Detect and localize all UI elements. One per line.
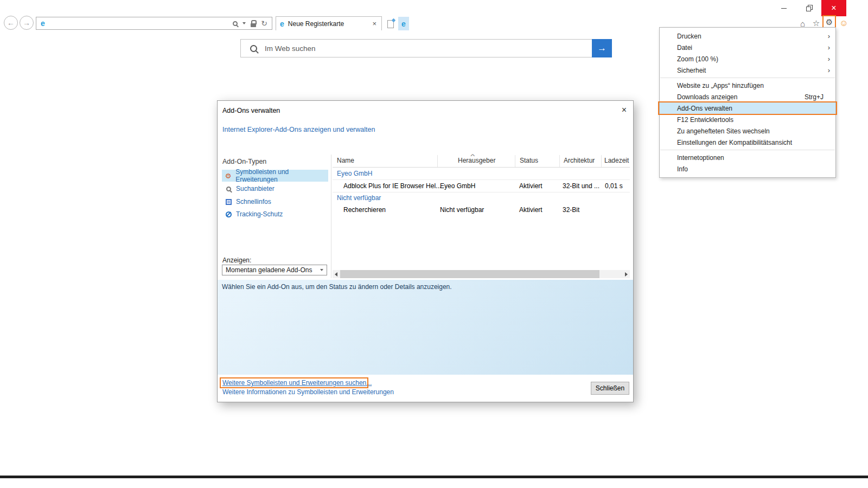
menu-item-drucken[interactable]: Drucken › <box>660 30 835 42</box>
group-header-eyeo: Eyeo GmbH <box>337 170 372 177</box>
menu-item-label: Datei <box>677 44 692 52</box>
restore-icon <box>807 6 812 11</box>
menu-item-sicherheit[interactable]: Sicherheit › <box>660 65 835 76</box>
back-arrow-icon: ← <box>7 18 15 27</box>
toolbar-gear-icon: ⚙ <box>224 172 233 180</box>
panel-divider <box>331 155 331 278</box>
menu-item-website-zu-apps[interactable]: Website zu „Apps“ hinzufügen <box>660 80 835 91</box>
forward-arrow-icon: → <box>23 18 30 27</box>
chevron-right-icon: › <box>828 32 830 40</box>
scroll-right-icon[interactable] <box>625 272 628 277</box>
forward-button[interactable]: → <box>20 16 34 30</box>
dialog-title: Add-Ons verwalten <box>222 107 280 114</box>
search-icon[interactable] <box>233 21 238 26</box>
close-icon: × <box>831 3 836 13</box>
lock-icon <box>251 23 256 27</box>
menu-item-downloads-anzeigen[interactable]: Downloads anzeigen Strg+J <box>660 91 835 102</box>
sidebar-item-schnellinfos[interactable]: Schnellinfos <box>222 196 328 208</box>
ie-logo-icon: e <box>401 20 406 28</box>
cell-addon-name[interactable]: Adblock Plus for IE Browser Hel... <box>343 182 441 190</box>
dropdown-value: Momentan geladene Add-Ons <box>226 266 312 274</box>
cell-loadtime: 0,01 s <box>605 182 623 190</box>
more-info-link[interactable]: Weitere Informationen zu Symbolleisten u… <box>222 388 394 396</box>
menu-item-angeheftete-sites[interactable]: Zu angehefteten Sites wechseln <box>660 125 835 137</box>
horizontal-scrollbar[interactable] <box>333 270 630 278</box>
new-tab-icon <box>387 20 394 28</box>
scroll-left-icon[interactable] <box>335 272 337 277</box>
screen-bottom-edge <box>0 476 868 478</box>
sort-ascending-icon: ^ <box>470 153 475 159</box>
dialog-schliessen-button[interactable]: Schließen <box>591 382 629 395</box>
refresh-icon[interactable]: ↻ <box>261 19 267 28</box>
sidebar-item-label: Suchanbieter <box>236 185 275 192</box>
find-more-toolbars-link[interactable]: Weitere Symbolleisten und Erweiterungen … <box>222 379 372 387</box>
restore-button[interactable] <box>796 0 821 16</box>
sidebar-item-label: Tracking-Schutz <box>236 210 283 218</box>
column-divider <box>559 155 560 167</box>
tab-neue-registerkarte[interactable]: e Neue Registerkarte × <box>276 16 382 30</box>
sidebar-item-symbolleisten[interactable]: ⚙ Symbolleisten und Erweiterungen <box>222 170 328 182</box>
close-window-button[interactable]: × <box>821 0 846 16</box>
sidebar-item-tracking-schutz[interactable]: Tracking-Schutz <box>222 208 328 220</box>
search-dropdown-icon[interactable] <box>242 22 246 24</box>
cell-status: Aktiviert <box>519 182 542 190</box>
back-button[interactable]: ← <box>4 16 18 30</box>
gear-icon: ⚙ <box>826 17 833 27</box>
address-bar-icons: ↻ <box>233 19 267 28</box>
chevron-right-icon: › <box>828 43 830 52</box>
dialog-subtitle: Internet Explorer-Add-Ons anzeigen und v… <box>222 126 375 133</box>
new-tab-button[interactable] <box>384 18 397 30</box>
group-divider <box>333 179 630 180</box>
cell-addon-name[interactable]: Recherchieren <box>343 206 386 214</box>
smiley-icon: ☺ <box>839 18 848 28</box>
menu-item-label: Sicherheit <box>677 67 706 74</box>
settings-menu: Drucken › Datei › Zoom (100 %) › Sicherh… <box>659 27 836 178</box>
menu-item-zoom[interactable]: Zoom (100 %) › <box>660 53 835 65</box>
menu-item-addons-verwalten[interactable]: Add-Ons verwalten <box>660 102 835 114</box>
cell-publisher: Nicht verfügbar <box>440 206 484 214</box>
menu-item-label: Internetoptionen <box>677 154 724 162</box>
menu-item-label: Einstellungen der Kompatibilitätsansicht <box>677 139 792 146</box>
column-header-name[interactable]: Name <box>337 157 354 164</box>
column-header-status[interactable]: Status <box>520 157 538 164</box>
address-input[interactable] <box>45 20 233 27</box>
menu-item-info[interactable]: Info <box>660 163 835 175</box>
sidebar-item-suchanbieter[interactable]: Suchanbieter <box>222 183 328 195</box>
ie-site-icon: e <box>41 20 45 27</box>
column-header-architektur[interactable]: Architektur <box>564 157 595 164</box>
menu-item-label: Info <box>677 165 688 173</box>
menu-separator <box>660 150 835 150</box>
column-header-ladezeit[interactable]: Ladezeit <box>604 157 629 164</box>
cell-architecture: 32-Bit <box>563 206 579 214</box>
addons-dialog: Add-Ons verwalten × Internet Explorer-Ad… <box>217 100 634 402</box>
details-hint-text: Wählen Sie ein Add-On aus, um den Status… <box>222 283 452 291</box>
search-submit-button[interactable]: → <box>592 39 612 57</box>
menu-item-label: Drucken <box>677 33 701 40</box>
address-bar[interactable]: e ↻ <box>36 17 272 30</box>
dialog-close-button[interactable]: × <box>622 105 627 115</box>
web-search-input[interactable] <box>257 44 611 53</box>
menu-item-label: Website zu „Apps“ hinzufügen <box>677 82 764 89</box>
tab-close-icon[interactable]: × <box>371 20 378 28</box>
menu-item-label: Zu angehefteten Sites wechseln <box>677 127 770 135</box>
show-label: Anzeigen: <box>222 256 251 264</box>
ie-logo-button[interactable]: e <box>398 17 409 30</box>
home-icon: ⌂ <box>800 19 805 28</box>
web-search-box: → <box>240 39 612 57</box>
sidebar-item-label: Symbolleisten und Erweiterungen <box>235 168 328 183</box>
scrollbar-thumb[interactable] <box>340 270 599 278</box>
menu-item-internetoptionen[interactable]: Internetoptionen <box>660 152 835 163</box>
tracking-protection-icon <box>224 211 233 217</box>
minimize-button[interactable] <box>771 0 796 16</box>
window-titlebar: × <box>0 0 868 16</box>
menu-item-kompatibilitaetsansicht[interactable]: Einstellungen der Kompatibilitätsansicht <box>660 137 835 148</box>
column-header-herausgeber[interactable]: Herausgeber <box>458 157 495 164</box>
column-divider <box>515 155 515 167</box>
feedback-button[interactable]: ☺ <box>838 17 850 29</box>
menu-item-datei[interactable]: Datei › <box>660 42 835 53</box>
column-divider <box>437 155 438 167</box>
search-icon <box>224 187 233 191</box>
menu-item-label: F12 Entwicklertools <box>677 116 733 124</box>
loaded-addons-dropdown[interactable]: Momentan geladene Add-Ons <box>222 265 327 275</box>
menu-item-f12-entwicklertools[interactable]: F12 Entwicklertools <box>660 114 835 125</box>
